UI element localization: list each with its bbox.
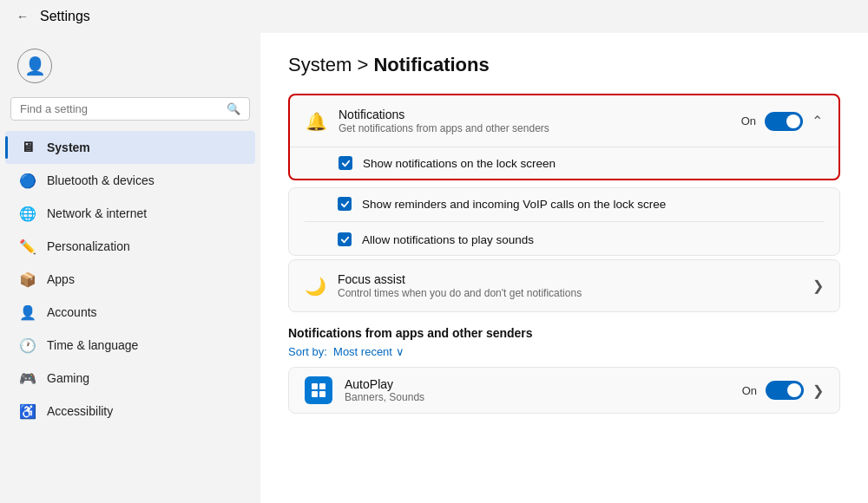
nav-label-gaming: Gaming (47, 371, 89, 385)
search-box[interactable]: 🔍 (10, 97, 250, 121)
titlebar: ← Settings (0, 0, 868, 33)
focus-text: Focus assist Control times when you do a… (338, 272, 800, 299)
separator-1 (305, 221, 824, 222)
autoplay-toggle-label: On (742, 384, 757, 397)
nav-label-bluetooth: Bluetooth & devices (47, 173, 155, 187)
search-icon: 🔍 (227, 102, 240, 115)
voip-label: Show reminders and incoming VoIP calls o… (362, 198, 666, 211)
autoplay-row: AutoPlay Banners, Sounds On ❯ (288, 367, 840, 414)
sidebar-item-system[interactable]: 🖥 System (5, 131, 255, 164)
focus-subtitle: Control times when you do and don't get … (338, 287, 800, 299)
breadcrumb-separator: > (357, 54, 373, 75)
sidebar: 👤 🔍 🖥 System 🔵 Bluetooth & devices 🌐 Net… (0, 33, 260, 503)
content-area: System > Notifications 🔔 Notifications G… (260, 33, 868, 503)
nav-icon-accessibility: ♿ (19, 402, 36, 420)
autoplay-sub: Banners, Sounds (345, 391, 730, 403)
sidebar-item-accessibility[interactable]: ♿ Accessibility (5, 395, 255, 428)
nav-label-system: System (47, 140, 90, 154)
autoplay-icon (305, 376, 332, 404)
notifications-chevron[interactable]: ⌃ (812, 113, 823, 129)
nav-icon-personalization: ✏️ (19, 238, 36, 255)
nav-icon-system: 🖥 (19, 139, 36, 156)
nav-icon-bluetooth: 🔵 (19, 172, 36, 189)
autoplay-toggle[interactable] (766, 381, 804, 400)
nav-label-accessibility: Accessibility (47, 404, 113, 418)
sub-checkboxes: Show reminders and incoming VoIP calls o… (288, 187, 840, 256)
nav-icon-accounts: 👤 (19, 304, 36, 321)
lock-screen-row: Show notifications on the lock screen (290, 147, 838, 179)
nav-label-apps: Apps (47, 272, 75, 286)
nav-label-accounts: Accounts (47, 305, 97, 319)
notifications-icon: 🔔 (306, 111, 326, 132)
sidebar-item-apps[interactable]: 📦 Apps (5, 263, 255, 296)
notifications-toggle-label: On (741, 114, 756, 127)
lock-screen-label: Show notifications on the lock screen (363, 157, 556, 170)
voip-row: Show reminders and incoming VoIP calls o… (289, 188, 839, 219)
svg-rect-1 (319, 383, 326, 389)
avatar-icon: 👤 (24, 56, 46, 76)
sidebar-item-gaming[interactable]: 🎮 Gaming (5, 362, 255, 395)
svg-rect-2 (312, 391, 318, 397)
sidebar-item-personalization[interactable]: ✏️ Personalization (5, 230, 255, 263)
search-input[interactable] (20, 102, 220, 115)
focus-chevron[interactable]: ❯ (812, 278, 824, 294)
sidebar-item-accounts[interactable]: 👤 Accounts (5, 296, 255, 329)
avatar: 👤 (17, 49, 52, 83)
nav-label-time: Time & language (47, 338, 138, 352)
nav-label-personalization: Personalization (47, 239, 130, 253)
focus-icon: 🌙 (305, 276, 326, 297)
nav-label-network: Network & internet (47, 206, 147, 220)
sounds-checkbox[interactable] (338, 232, 352, 246)
notifications-toggle[interactable] (765, 112, 803, 131)
nav-icon-time: 🕐 (19, 336, 36, 354)
svg-rect-3 (319, 391, 326, 397)
apps-section-title: Notifications from apps and other sender… (288, 326, 840, 340)
sidebar-item-time[interactable]: 🕐 Time & language (5, 329, 255, 362)
notifications-card: 🔔 Notifications Get notifications from a… (288, 94, 840, 180)
voip-checkbox[interactable] (338, 197, 352, 211)
page-header: System > Notifications (288, 54, 840, 76)
back-button[interactable]: ← (14, 8, 31, 25)
lock-screen-checkbox[interactable] (339, 156, 352, 170)
notifications-subtitle: Get notifications from apps and other se… (339, 122, 729, 134)
nav-icon-network: 🌐 (19, 205, 36, 222)
sidebar-avatar: 👤 (0, 40, 260, 97)
sounds-label: Allow notifications to play sounds (362, 233, 534, 246)
nav-icon-apps: 📦 (19, 271, 36, 288)
svg-rect-0 (312, 383, 318, 389)
autoplay-right: On ❯ (742, 381, 824, 400)
sounds-row: Allow notifications to play sounds (289, 224, 839, 255)
nav-container: 🖥 System 🔵 Bluetooth & devices 🌐 Network… (0, 131, 260, 428)
sort-row: Sort by: Most recent ∨ (288, 345, 840, 358)
autoplay-name: AutoPlay (345, 377, 730, 391)
sidebar-item-network[interactable]: 🌐 Network & internet (5, 197, 255, 230)
autoplay-chevron[interactable]: ❯ (812, 382, 824, 399)
notifications-title: Notifications (339, 108, 729, 121)
nav-icon-gaming: 🎮 (19, 369, 36, 387)
sidebar-item-bluetooth[interactable]: 🔵 Bluetooth & devices (5, 164, 255, 197)
autoplay-text: AutoPlay Banners, Sounds (345, 377, 730, 403)
notifications-row: 🔔 Notifications Get notifications from a… (290, 95, 838, 147)
focus-title: Focus assist (338, 272, 800, 286)
notifications-text: Notifications Get notifications from app… (339, 108, 729, 134)
titlebar-title: Settings (40, 9, 90, 24)
focus-assist-row[interactable]: 🌙 Focus assist Control times when you do… (288, 259, 840, 312)
notifications-right: On ⌃ (741, 112, 823, 131)
sort-value[interactable]: Most recent ∨ (330, 345, 404, 358)
page-title: Notifications (373, 54, 489, 75)
sort-label: Sort by: (288, 345, 327, 358)
breadcrumb-system: System (288, 54, 352, 75)
main-layout: 👤 🔍 🖥 System 🔵 Bluetooth & devices 🌐 Net… (0, 33, 868, 503)
